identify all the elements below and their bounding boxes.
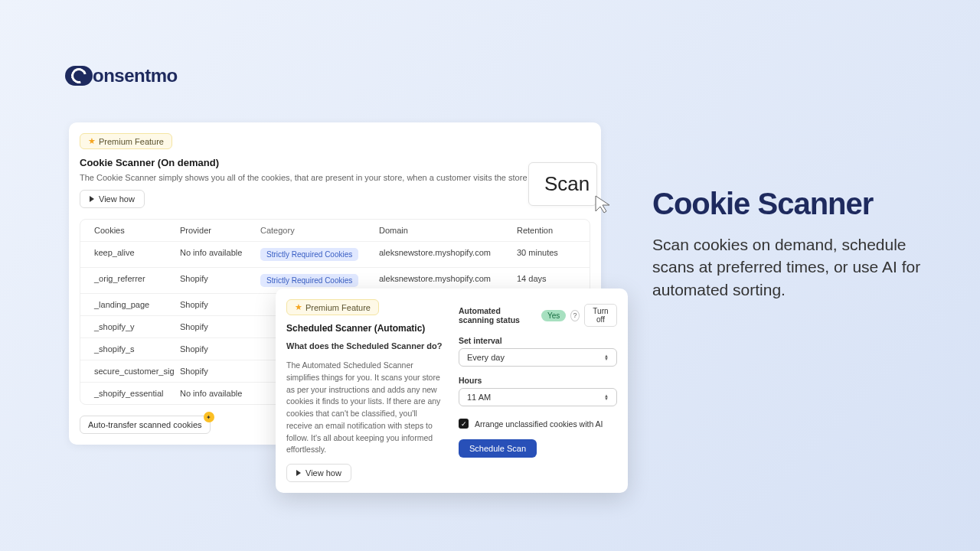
- star-icon: ★: [295, 302, 302, 312]
- premium-badge: ★ Premium Feature: [80, 133, 172, 149]
- premium-label: Premium Feature: [305, 303, 371, 312]
- schedule-scan-button[interactable]: Schedule Scan: [459, 439, 537, 458]
- view-how-label: View how: [99, 194, 135, 204]
- marketing-description: Scan cookies on demand, schedule scans a…: [652, 233, 943, 301]
- ai-checkbox-label: Arrange unclassified cookies with AI: [475, 419, 603, 429]
- view-how-button[interactable]: View how: [80, 190, 145, 208]
- header-retention: Retention: [517, 226, 578, 235]
- logo-text: onsentmo: [93, 65, 178, 86]
- scan-button[interactable]: Scan: [528, 162, 597, 206]
- help-icon[interactable]: ?: [570, 310, 580, 321]
- chevron-updown-icon: ▲▼: [604, 354, 609, 360]
- scheduled-description: The Automated Scheduled Scanner simplifi…: [286, 360, 445, 456]
- table-row[interactable]: keep_alive No info available Strictly Re…: [80, 242, 590, 268]
- card-title: Cookie Scanner (On demand): [80, 157, 590, 168]
- marketing-title: Cookie Scanner: [652, 187, 943, 221]
- auto-transfer-button[interactable]: Auto-transfer scanned cookies ✦: [80, 416, 211, 434]
- interval-label: Set interval: [459, 336, 617, 345]
- status-row: Automated scanning status Yes ? Turn off: [459, 304, 617, 327]
- hours-label: Hours: [459, 376, 617, 385]
- header-domain: Domain: [379, 226, 517, 235]
- table-header-row: Cookies Provider Category Domain Retenti…: [80, 220, 590, 242]
- header-category: Category: [260, 226, 379, 235]
- view-how-button[interactable]: View how: [286, 464, 351, 482]
- view-how-label: View how: [305, 468, 341, 478]
- turn-off-button[interactable]: Turn off: [584, 304, 617, 327]
- hours-value: 11 AM: [467, 393, 491, 402]
- interval-value: Every day: [467, 353, 505, 362]
- chevron-updown-icon: ▲▼: [604, 394, 609, 400]
- scheduled-title: Scheduled Scanner (Automatic): [286, 323, 445, 334]
- header-cookies: Cookies: [80, 226, 180, 235]
- ai-checkbox-row[interactable]: ✓ Arrange unclassified cookies with AI: [459, 419, 617, 429]
- category-pill: Strictly Required Cookies: [260, 248, 358, 261]
- status-label: Automated scanning status: [459, 306, 537, 324]
- header-provider: Provider: [180, 226, 260, 235]
- hours-select[interactable]: 11 AM ▲▼: [459, 388, 617, 406]
- premium-badge: ★ Premium Feature: [286, 299, 379, 315]
- star-icon: ★: [88, 136, 96, 146]
- auto-transfer-label: Auto-transfer scanned cookies: [88, 420, 202, 429]
- checkbox-checked-icon[interactable]: ✓: [459, 419, 469, 429]
- interval-select[interactable]: Every day ▲▼: [459, 348, 617, 367]
- marketing-section: Cookie Scanner Scan cookies on demand, s…: [652, 187, 943, 301]
- scheduled-subtitle: What does the Scheduled Scanner do?: [286, 341, 445, 350]
- status-badge: Yes: [541, 310, 566, 321]
- cursor-icon: [594, 194, 614, 214]
- brand-logo: onsentmo: [65, 65, 178, 86]
- logo-icon: [65, 66, 93, 86]
- scheduled-scanner-panel: ★ Premium Feature Scheduled Scanner (Aut…: [276, 289, 628, 493]
- card-description: The Cookie Scanner simply shows you all …: [80, 173, 590, 182]
- sparkle-icon: ✦: [204, 412, 214, 422]
- category-pill: Strictly Required Cookies: [260, 274, 358, 287]
- play-icon: [296, 470, 301, 476]
- play-icon: [90, 196, 94, 202]
- premium-label: Premium Feature: [99, 137, 164, 146]
